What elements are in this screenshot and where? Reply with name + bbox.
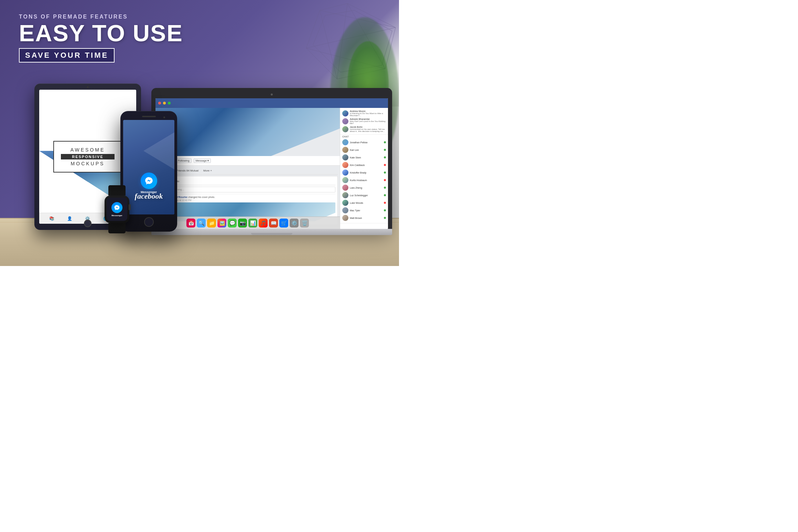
dock-icon-numbers[interactable]: 📊	[248, 219, 257, 228]
dock-icon-books[interactable]: 📖	[269, 219, 278, 228]
fb-friend-avatar-4	[342, 162, 348, 168]
fb-friend-name-8: Luz Scheidegger	[350, 194, 382, 197]
fb-content: Friends ▾ Following Message ▾ Photos 77 …	[155, 108, 388, 229]
fb-friend-9: Luke Woods	[342, 199, 386, 207]
fb-topbar	[155, 98, 388, 108]
fb-friend-name-1: Jonathan Pellow	[350, 141, 382, 144]
fb-friend-10: Mac Tyler	[342, 207, 386, 214]
watch-screen: Messenger	[107, 198, 127, 221]
fb-friend-avatar-5	[342, 169, 348, 176]
fb-tab-more[interactable]: More +	[202, 168, 214, 174]
subtitle-text: TONS OF PREMADE FEATURES	[19, 14, 183, 20]
fb-post-action: changed his cover photo.	[188, 196, 215, 198]
fb-notif-avatar-2	[342, 118, 348, 124]
main-headline: EASY TO USE	[19, 21, 183, 45]
fb-online-indicator-4	[384, 164, 386, 166]
fb-main-content: Friends ▾ Following Message ▾ Photos 77 …	[155, 108, 340, 229]
fb-friend-name-7: Lara Zheng	[350, 187, 382, 189]
fb-friend-11: Matt Brown	[342, 214, 386, 222]
fb-notification-2: Adneek Bharambe likes Karl Lee's post in…	[342, 117, 386, 125]
watch-band-bottom	[108, 223, 126, 233]
fb-profile-cover	[155, 108, 340, 156]
watch-messenger-icon[interactable]	[111, 202, 122, 213]
fb-online-indicator-2	[384, 149, 386, 151]
dock-icon-calendar[interactable]: 📅	[186, 219, 195, 228]
dock-icon-finder[interactable]: 🔍	[197, 219, 206, 228]
dock-icon-facetime[interactable]: 📷	[238, 219, 247, 228]
fb-friend-name-5: Kristoffer Brady	[350, 171, 382, 174]
fb-friend-avatar-2	[342, 147, 348, 153]
iphone-messenger-app: Messenger	[141, 173, 157, 194]
dock-icon-settings[interactable]: ⚙️	[290, 219, 299, 228]
fb-friend-name-6: Kurtis Hosbaum	[350, 179, 382, 181]
dock-icon-music[interactable]: 🎵	[259, 219, 268, 228]
watch-crown[interactable]	[129, 204, 131, 210]
dock-icon-photos[interactable]: 🖼️	[217, 219, 226, 228]
fb-nav-bar: Friends ▾ Following Message ▾	[155, 156, 340, 166]
macbook-dock: 📅 🔍 📁 🖼️ 💬 📷 📊 🎵 📖 🛒 ⚙️	[155, 217, 340, 229]
watch-band-top	[108, 185, 126, 196]
fb-notif-name-3: Jacob Bohn	[350, 126, 386, 128]
iphone-bg-triangle	[143, 130, 174, 171]
fb-online-indicator-11	[384, 217, 386, 219]
fb-tab-friends[interactable]: Friends 84 Mutual	[175, 168, 200, 174]
ipad-title-mockups: MOCKUPS	[61, 161, 115, 166]
fb-friend-1: Jonathan Pellow	[342, 138, 386, 146]
fb-notif-name-2: Adneek Bharambe	[350, 118, 386, 120]
fb-tabs-row: Photos 77 Friends 84 Mutual More +	[158, 168, 338, 175]
fb-friend-name-11: Matt Brown	[350, 217, 382, 219]
window-minimize-dot[interactable]	[163, 102, 166, 104]
fb-post-time: Yesterday at 12:42 PM	[169, 199, 335, 201]
macbook-device: Friends ▾ Following Message ▾ Photos 77 …	[151, 88, 392, 235]
fb-friend-avatar-11	[342, 215, 348, 221]
fb-message-btn[interactable]: Message ▾	[194, 158, 211, 163]
fb-sidebar-friends: CHAT Jonathan Pellow Kari Lee	[340, 135, 388, 223]
fb-friends-header: CHAT	[342, 135, 386, 138]
fb-friend-name-4: Kim Caldback	[350, 164, 382, 166]
fb-friend-avatar-3	[342, 154, 348, 160]
fb-notification-1: Andrew Moore is listening to Do You Want…	[342, 109, 386, 117]
macbook-screen: Friends ▾ Following Message ▾ Photos 77 …	[155, 98, 388, 229]
fb-notif-name-1: Andrew Moore	[350, 110, 386, 112]
ipad-icon-library[interactable]: 📚	[48, 215, 55, 222]
fb-post-tabs: Post Photo	[160, 178, 335, 185]
headline-area: TONS OF PREMADE FEATURES EASY TO USE SAV…	[19, 14, 183, 63]
window-maximize-dot[interactable]	[168, 102, 171, 104]
ipad-icon-profile[interactable]: 👤	[66, 215, 74, 222]
fb-online-indicator-8	[384, 194, 386, 196]
fb-cover-triangle	[271, 129, 340, 156]
fb-friend-8: Luz Scheidegger	[342, 191, 386, 199]
watch-app-label: Messenger	[111, 214, 122, 217]
iphone-home-button[interactable]	[144, 217, 154, 227]
fb-notif-text-3: commented on his own status: Tell me abo…	[350, 128, 386, 132]
fb-online-indicator-9	[384, 202, 386, 204]
iphone-speaker	[142, 116, 156, 117]
fb-friend-avatar-7	[342, 185, 348, 191]
window-close-dot[interactable]	[158, 102, 161, 104]
fb-friend-avatar-10	[342, 207, 348, 213]
ipad-home-button[interactable]	[84, 220, 91, 227]
fb-online-indicator-1	[384, 141, 386, 143]
fb-friend-avatar-6	[342, 177, 348, 183]
fb-following-btn[interactable]: Following	[176, 158, 192, 163]
fb-sidebar-right: Andrew Moore is listening to Do You Want…	[340, 108, 388, 229]
fb-notif-text-2: likes Karl Lee's post in Are You Kidding…	[350, 120, 386, 124]
ipad-badge-responsive: RESPONSIVE	[61, 154, 115, 159]
dock-icon-appstore[interactable]: 🛒	[279, 219, 288, 228]
badge-text: SAVE YOUR TIME	[19, 48, 115, 63]
dock-icon-messages[interactable]: 💬	[228, 219, 237, 228]
ipad-title-awesome: AWESOME	[61, 147, 115, 153]
macbook-base	[151, 229, 392, 235]
apple-watch-device: Messenger	[101, 185, 132, 233]
dock-icon-trash[interactable]: 🗑️	[300, 219, 309, 228]
fb-friend-7: Lara Zheng	[342, 184, 386, 191]
fb-online-indicator-10	[384, 209, 386, 211]
fb-post-input[interactable]: Write something...	[160, 187, 335, 192]
fb-friend-5: Kristoffer Brady	[342, 169, 386, 176]
watch-body: Messenger	[105, 196, 129, 223]
fb-friend-6: Kurtis Hosbaum	[342, 176, 386, 184]
fb-notif-text-1: is listening to Do You Want to Hike a Mo…	[350, 112, 386, 117]
dock-icon-folder[interactable]: 📁	[207, 219, 216, 228]
fb-friend-name-2: Kari Lee	[350, 149, 382, 151]
messenger-app-icon[interactable]	[141, 173, 157, 189]
